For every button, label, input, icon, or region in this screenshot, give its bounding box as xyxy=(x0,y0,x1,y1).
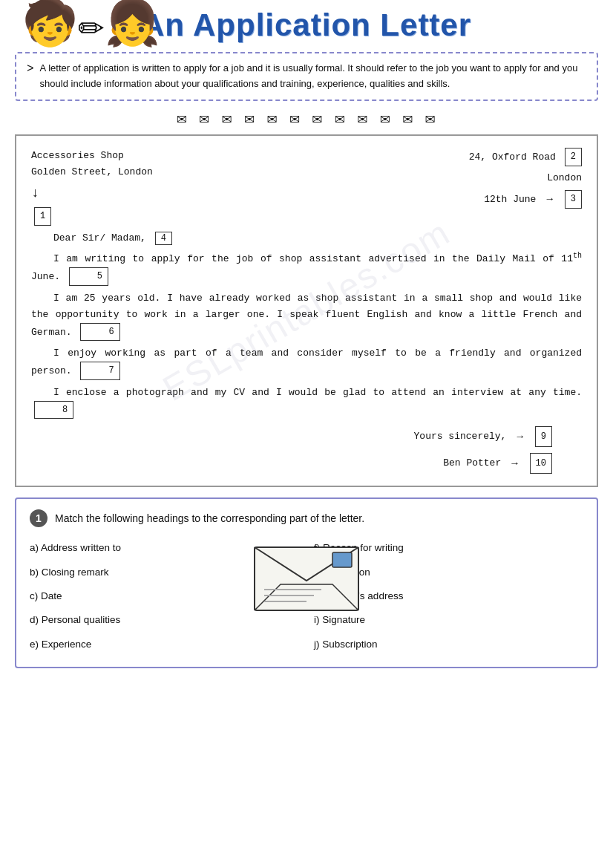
desc-arrow-icon: > xyxy=(27,62,34,76)
arrow-right-signature-icon: → xyxy=(511,453,517,474)
description-text: A letter of application is written to ap… xyxy=(40,61,586,92)
signature-text: Ben Potter xyxy=(443,454,501,473)
exercise-box: 1 Match the following headings to the co… xyxy=(15,497,598,668)
exercise-item-c: c) Date xyxy=(30,584,299,608)
closing-text: Yours sincerely, xyxy=(414,427,507,446)
sender-city: London xyxy=(547,169,582,186)
exercise-left-column: a) Address written to b) Closing remark … xyxy=(30,536,299,656)
number-box-4: 4 xyxy=(155,232,172,245)
salutation-text: Dear Sir/ Madam, xyxy=(53,232,146,244)
recipient-line2: Golden Street, London xyxy=(31,164,153,180)
paragraph-2: I am 25 years old. I have already worked… xyxy=(31,290,582,342)
closing-row: Yours sincerely, → 9 xyxy=(31,426,552,447)
exercise-item-f: f) Reason for writing xyxy=(314,536,583,560)
exercise-columns: a) Address written to b) Closing remark … xyxy=(30,536,583,656)
exercise-item-b: b) Closing remark xyxy=(30,561,299,584)
number-box-6: 6 xyxy=(80,323,119,341)
exercise-header: 1 Match the following headings to the co… xyxy=(30,509,583,527)
exercise-right-column: f) Reason for writing g) Salutation h) S… xyxy=(314,536,583,656)
exercise-instruction: Match the following headings to the corr… xyxy=(55,512,364,524)
number-box-1: 1 xyxy=(34,207,51,225)
paragraph-4: I enclose a photograph and my CV and I w… xyxy=(31,385,582,419)
letter-body: I am writing to apply for the job of sho… xyxy=(31,249,582,419)
envelope-decoration: ✉ ✉ ✉ ✉ ✉ ✉ ✉ ✉ ✉ ✉ ✉ ✉ xyxy=(15,108,598,128)
sender-line1: 24, Oxford Road xyxy=(469,149,556,166)
recipient-address: Accessories Shop Golden Street, London ↓… xyxy=(31,148,153,226)
salutation-row: Dear Sir/ Madam, 4 xyxy=(53,232,582,245)
closing-section: Yours sincerely, → 9 Ben Potter → 10 xyxy=(31,426,582,474)
number-box-10: 10 xyxy=(530,453,552,474)
exercise-number: 1 xyxy=(30,509,47,527)
exercise-item-e: e) Experience xyxy=(30,633,299,656)
number-box-2: 2 xyxy=(565,148,582,167)
exercise-item-d: d) Personal qualities xyxy=(30,608,299,632)
arrow-right-icon: → xyxy=(546,190,552,209)
page-header: 🧒✏️👧 An Application Letter xyxy=(15,7,598,43)
kids-illustration: 🧒✏️👧 xyxy=(22,4,160,48)
exercise-item-i: i) Signature xyxy=(314,608,583,632)
exercise-item-h: h) Sender's address xyxy=(314,584,583,608)
number-box-7: 7 xyxy=(80,362,119,379)
number-box-9: 9 xyxy=(535,426,552,447)
date-text: 12th June xyxy=(484,191,536,208)
number-box-3: 3 xyxy=(565,190,582,209)
paragraph-3: I enjoy working as part of a team and co… xyxy=(31,345,582,379)
page-title: An Application Letter xyxy=(142,7,471,43)
number-box-8: 8 xyxy=(34,401,73,419)
letter-box: ESLprintables.com Accessories Shop Golde… xyxy=(15,134,598,488)
arrow-right-closing-icon: → xyxy=(517,426,522,447)
signature-row: Ben Potter → 10 xyxy=(31,453,552,474)
sender-address: 24, Oxford Road 2 London 12th June → 3 xyxy=(469,148,582,209)
number-box-5: 5 xyxy=(69,267,108,285)
recipient-line1: Accessories Shop xyxy=(31,148,153,164)
description-box: > A letter of application is written to … xyxy=(15,52,598,101)
envelope-icons: ✉ ✉ ✉ ✉ ✉ ✉ ✉ ✉ ✉ ✉ ✉ ✉ xyxy=(177,110,436,128)
letter-header: Accessories Shop Golden Street, London ↓… xyxy=(31,148,582,226)
exercise-item-a: a) Address written to xyxy=(30,536,299,560)
exercise-item-g: g) Salutation xyxy=(314,561,583,584)
paragraph-1: I am writing to apply for the job of sho… xyxy=(31,249,582,286)
arrow-down-icon: ↓ xyxy=(31,182,153,205)
exercise-item-j: j) Subscription xyxy=(314,633,583,656)
